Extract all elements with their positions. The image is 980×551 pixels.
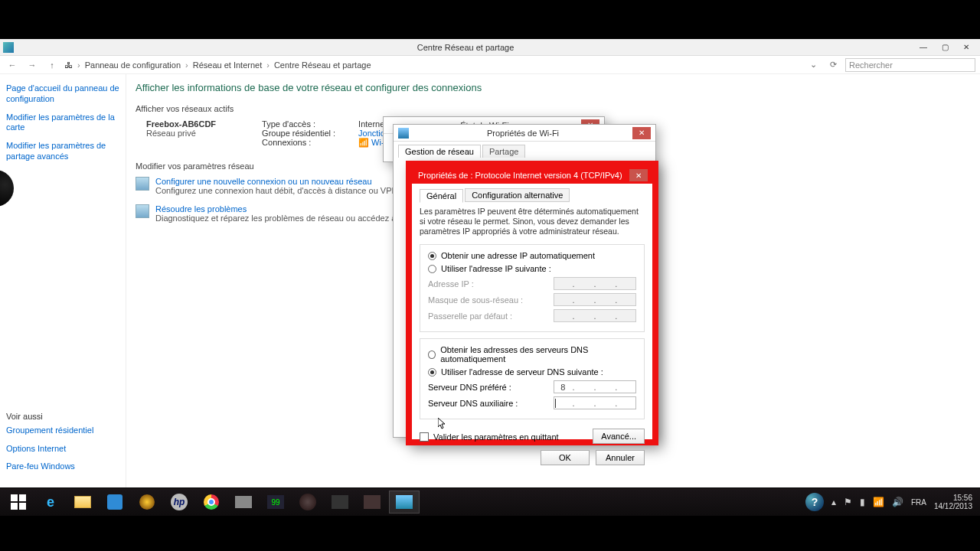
tab-sharing[interactable]: Partage bbox=[482, 145, 526, 158]
chevron-right-icon: › bbox=[266, 60, 270, 70]
radio-icon bbox=[428, 368, 436, 377]
dns1-input[interactable]: 8... bbox=[554, 380, 636, 393]
sidebar-link-sharing[interactable]: Modifier les paramètres de partage avanc… bbox=[6, 141, 119, 162]
clock[interactable]: 15:56 14/12/2013 bbox=[934, 494, 972, 510]
back-button[interactable]: ← bbox=[5, 57, 20, 73]
ip-address-input: ... bbox=[554, 277, 636, 290]
dns2-label: Serveur DNS auxiliaire : bbox=[428, 399, 554, 408]
ipv4-desc: Les paramètres IP peuvent être déterminé… bbox=[420, 207, 645, 236]
gateway-label: Passerelle par défaut : bbox=[428, 311, 554, 321]
svg-rect-2 bbox=[11, 503, 18, 510]
app-icon-blue[interactable] bbox=[100, 491, 130, 514]
dialog-title: Propriétés de Wi-Fi bbox=[413, 129, 632, 138]
validate-checkbox[interactable]: Valider les paramètres en quittant bbox=[420, 432, 559, 442]
taskbar-active-window[interactable] bbox=[389, 491, 420, 514]
svg-rect-0 bbox=[11, 494, 18, 501]
dns-group: Obtenir les adresses des serveurs DNS au… bbox=[420, 338, 645, 419]
sidebar-link-firewall[interactable]: Pare-feu Windows bbox=[6, 461, 93, 472]
language-indicator[interactable]: FRA bbox=[911, 498, 926, 507]
checkbox-icon bbox=[420, 432, 429, 442]
sidebar-link-home[interactable]: Page d'accueil du panneau de configurati… bbox=[6, 83, 119, 105]
tray-chevron-icon[interactable]: ▴ bbox=[831, 497, 836, 507]
sidebar-link-inetopt[interactable]: Options Internet bbox=[6, 444, 93, 455]
ip-address-label: Adresse IP : bbox=[428, 279, 554, 289]
breadcrumb-root-icon: 🖧 bbox=[64, 60, 73, 70]
help-icon[interactable]: ? bbox=[805, 493, 824, 511]
app-icon-media[interactable] bbox=[132, 491, 162, 514]
active-networks-label: Afficher vos réseaux actifs bbox=[136, 104, 971, 113]
radio-icon bbox=[428, 350, 436, 359]
breadcrumb-item[interactable]: Centre Réseau et partage bbox=[274, 60, 371, 70]
troubleshoot-icon bbox=[136, 204, 149, 218]
volume-icon[interactable]: 🔊 bbox=[892, 497, 903, 507]
tab-general[interactable]: Général bbox=[420, 189, 463, 203]
control-panel-icon bbox=[3, 42, 14, 53]
subnet-mask-label: Masque de sous-réseau : bbox=[428, 295, 554, 305]
radio-dns-manual[interactable]: Utiliser l'adresse de serveur DNS suivan… bbox=[428, 367, 636, 377]
app-icon-dark2[interactable] bbox=[325, 491, 355, 514]
window-title: Centre Réseau et partage bbox=[18, 43, 913, 52]
see-also-heading: Voir aussi bbox=[6, 412, 93, 421]
forward-button[interactable]: → bbox=[24, 57, 40, 73]
sidebar-link-homegroup[interactable]: Groupement résidentiel bbox=[6, 425, 93, 436]
battery-icon[interactable]: ▮ bbox=[860, 497, 865, 507]
network-name: Freebox-AB6CDF bbox=[146, 119, 216, 129]
ie-icon[interactable]: e bbox=[35, 491, 66, 514]
svg-rect-3 bbox=[19, 503, 26, 510]
chevron-right-icon: › bbox=[185, 60, 188, 70]
start-button[interactable] bbox=[3, 491, 34, 514]
advanced-button[interactable]: Avancé... bbox=[593, 429, 645, 444]
ip-group: Obtenir une adresse IP automatiquement U… bbox=[420, 244, 645, 332]
radio-ip-auto[interactable]: Obtenir une adresse IP automatiquement bbox=[428, 251, 636, 260]
cancel-button[interactable]: Annuler bbox=[596, 450, 645, 465]
radio-icon bbox=[428, 252, 436, 260]
network-type: Réseau privé bbox=[146, 129, 196, 138]
window-titlebar: Centre Réseau et partage — ▢ ✕ bbox=[0, 39, 980, 56]
close-button[interactable]: ✕ bbox=[956, 41, 977, 54]
page-heading: Afficher les informations de base de vot… bbox=[136, 82, 971, 93]
gateway-input: ... bbox=[554, 309, 636, 322]
chevron-right-icon: › bbox=[77, 60, 80, 70]
connections-label: Connexions : bbox=[262, 138, 354, 148]
up-button[interactable]: ↑ bbox=[44, 57, 60, 73]
ipv4-properties-dialog: Propriétés de : Protocole Internet versi… bbox=[406, 161, 658, 445]
ok-button[interactable]: OK bbox=[541, 450, 590, 465]
refresh-button[interactable]: ⟳ bbox=[825, 57, 841, 73]
sidebar-link-adapter[interactable]: Modifier les paramètres de la carte bbox=[6, 112, 119, 134]
search-input[interactable]: Rechercher bbox=[845, 58, 975, 72]
subnet-mask-input: ... bbox=[554, 293, 636, 306]
app-icon-dark1[interactable] bbox=[292, 491, 323, 514]
taskbar: e hp 99 ? ▴ ⚑ ▮ 📶 🔊 FRA 15:56 14/12/2013 bbox=[0, 488, 980, 516]
radio-ip-manual[interactable]: Utiliser l'adresse IP suivante : bbox=[428, 264, 636, 273]
breadcrumb[interactable]: 🖧 › Panneau de configuration › Réseau et… bbox=[64, 60, 801, 70]
app-icon-99[interactable]: 99 bbox=[260, 491, 291, 514]
action-center-icon[interactable]: ⚑ bbox=[844, 497, 852, 507]
address-bar: ← → ↑ 🖧 › Panneau de configuration › Rés… bbox=[0, 56, 980, 74]
system-tray: ? ▴ ⚑ ▮ 📶 🔊 FRA 15:56 14/12/2013 bbox=[805, 493, 977, 511]
close-icon[interactable]: ✕ bbox=[632, 127, 651, 139]
breadcrumb-item[interactable]: Réseau et Internet bbox=[193, 60, 263, 70]
new-connection-icon bbox=[136, 177, 149, 191]
app-icon-grey[interactable] bbox=[228, 491, 259, 514]
minimize-button[interactable]: — bbox=[913, 41, 934, 54]
tab-network[interactable]: Gestion de réseau bbox=[398, 145, 481, 158]
tab-alt-config[interactable]: Configuration alternative bbox=[465, 188, 570, 202]
chrome-icon[interactable] bbox=[196, 491, 227, 514]
dialog-title: Propriétés de : Protocole Internet versi… bbox=[416, 171, 629, 180]
dns1-label: Serveur DNS préféré : bbox=[428, 383, 554, 392]
dns2-input[interactable]: ... bbox=[554, 396, 636, 409]
maximize-button[interactable]: ▢ bbox=[934, 41, 956, 54]
access-type-label: Type d'accès : bbox=[262, 119, 354, 129]
network-tray-icon[interactable]: 📶 bbox=[873, 497, 884, 507]
sidebar: Page d'accueil du panneau de configurati… bbox=[0, 74, 126, 487]
wifi-icon bbox=[398, 128, 409, 139]
wifi-signal-icon: 📶 bbox=[358, 138, 369, 147]
breadcrumb-item[interactable]: Panneau de configuration bbox=[85, 60, 181, 70]
radio-dns-auto[interactable]: Obtenir les adresses des serveurs DNS au… bbox=[428, 345, 636, 364]
homegroup-label: Groupe résidentiel : bbox=[262, 129, 354, 138]
history-dropdown[interactable]: ⌄ bbox=[805, 57, 821, 73]
hp-icon[interactable]: hp bbox=[164, 491, 194, 514]
app-icon-dark3[interactable] bbox=[357, 491, 387, 514]
close-icon[interactable]: ✕ bbox=[629, 169, 648, 181]
explorer-icon[interactable] bbox=[67, 491, 98, 514]
